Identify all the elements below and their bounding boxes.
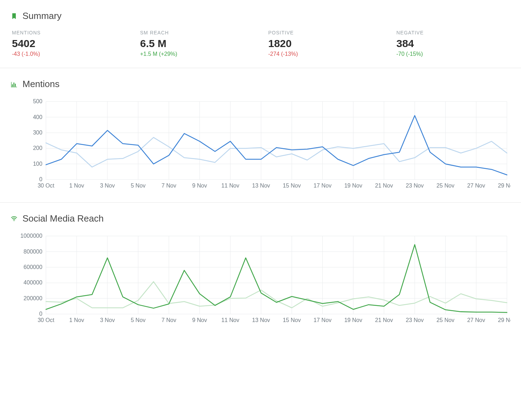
svg-rect-3 [13,83,14,87]
svg-rect-1 [11,87,17,87]
bookmark-icon [11,13,18,20]
bar-chart-icon [11,81,18,88]
wifi-icon [11,215,18,222]
svg-text:800000: 800000 [24,248,42,254]
metric-label: NEGATIVE [396,30,510,35]
mentions-chart: 010020030040050030 Oct1 Nov3 Nov5 Nov7 N… [11,98,510,192]
svg-text:21 Nov: 21 Nov [375,182,393,189]
summary-metrics: MENTIONS 5402 -43 (-1.0%) SM REACH 6.5 M… [11,30,510,57]
svg-text:0: 0 [39,310,42,317]
summary-header: Summary [11,11,510,21]
svg-text:9 Nov: 9 Nov [192,316,207,323]
mentions-title: Mentions [22,79,60,90]
svg-text:30 Oct: 30 Oct [38,316,54,323]
metric-value: 5402 [12,38,126,50]
svg-text:15 Nov: 15 Nov [283,182,301,189]
metric-label: SM REACH [140,30,254,35]
svg-text:300: 300 [33,129,42,136]
svg-rect-0 [11,82,12,87]
svg-text:19 Nov: 19 Nov [344,316,363,323]
svg-text:3 Nov: 3 Nov [100,182,115,189]
svg-rect-2 [12,84,13,87]
svg-text:15 Nov: 15 Nov [283,316,301,323]
svg-text:30 Oct: 30 Oct [38,182,54,189]
summary-section: Summary MENTIONS 5402 -43 (-1.0%) SM REA… [0,0,521,68]
svg-text:600000: 600000 [24,264,42,270]
svg-text:1 Nov: 1 Nov [69,316,84,323]
metric-sm-reach: SM REACH 6.5 M +1.5 M (+29%) [140,30,254,57]
summary-title: Summary [22,11,61,21]
svg-text:0: 0 [39,176,42,182]
metric-positive: POSITIVE 1820 -274 (-13%) [268,30,382,57]
svg-point-49 [14,221,14,221]
svg-text:17 Nov: 17 Nov [314,316,332,323]
svg-text:19 Nov: 19 Nov [344,182,363,189]
svg-rect-4 [15,84,16,86]
svg-text:1 Nov: 1 Nov [69,182,84,189]
svg-text:11 Nov: 11 Nov [222,316,240,323]
metric-negative: NEGATIVE 384 -70 (-15%) [396,30,510,57]
svg-text:400: 400 [33,114,42,120]
svg-text:200000: 200000 [24,295,42,301]
svg-text:23 Nov: 23 Nov [406,182,424,189]
metric-value: 384 [396,38,510,50]
svg-text:25 Nov: 25 Nov [436,182,455,189]
svg-text:27 Nov: 27 Nov [467,316,486,323]
svg-text:9 Nov: 9 Nov [192,182,207,189]
svg-text:25 Nov: 25 Nov [436,316,455,323]
reach-section: Social Media Reach 020000040000060000080… [0,203,521,337]
metric-delta: -274 (-13%) [268,51,382,57]
svg-text:7 Nov: 7 Nov [161,182,177,189]
svg-text:27 Nov: 27 Nov [467,182,486,189]
svg-text:5 Nov: 5 Nov [131,182,146,189]
svg-text:29 Nov: 29 Nov [498,316,510,323]
metric-label: POSITIVE [268,30,382,35]
reach-chart-svg: 0200000400000600000800000100000030 Oct1 … [14,232,510,325]
svg-text:7 Nov: 7 Nov [161,316,177,323]
svg-text:1000000: 1000000 [20,232,42,239]
reach-title: Social Media Reach [22,213,104,224]
svg-text:500: 500 [33,98,42,104]
metric-delta: -70 (-15%) [396,51,510,57]
svg-text:3 Nov: 3 Nov [100,316,115,323]
svg-text:13 Nov: 13 Nov [252,316,270,323]
svg-text:29 Nov: 29 Nov [498,182,510,189]
metric-mentions: MENTIONS 5402 -43 (-1.0%) [12,30,126,57]
svg-text:200: 200 [33,145,42,151]
svg-text:13 Nov: 13 Nov [252,182,270,189]
svg-text:11 Nov: 11 Nov [222,182,240,189]
metric-delta: +1.5 M (+29%) [140,51,254,57]
metric-delta: -43 (-1.0%) [12,51,126,57]
mentions-header: Mentions [11,79,510,90]
metric-value: 6.5 M [140,38,254,50]
metric-value: 1820 [268,38,382,50]
svg-text:5 Nov: 5 Nov [131,316,146,323]
mentions-chart-svg: 010020030040050030 Oct1 Nov3 Nov5 Nov7 N… [14,98,510,190]
svg-text:23 Nov: 23 Nov [406,316,424,323]
reach-chart: 0200000400000600000800000100000030 Oct1 … [11,232,510,326]
metric-label: MENTIONS [12,30,126,35]
mentions-section: Mentions 010020030040050030 Oct1 Nov3 No… [0,68,521,203]
svg-text:100: 100 [33,160,42,167]
svg-text:400000: 400000 [24,279,42,286]
reach-header: Social Media Reach [11,213,510,224]
svg-text:21 Nov: 21 Nov [375,316,393,323]
svg-text:17 Nov: 17 Nov [314,182,332,189]
